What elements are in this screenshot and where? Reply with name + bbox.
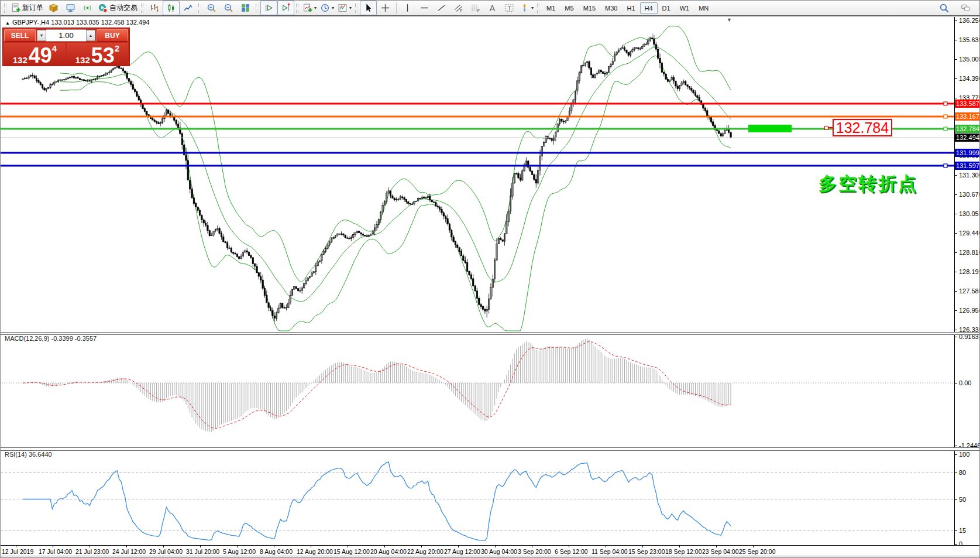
autotrade-icon (98, 3, 108, 13)
clock-icon (320, 3, 330, 13)
panel-separator[interactable] (1, 447, 980, 451)
toolbar-group-handle[interactable] (198, 4, 201, 13)
profiles-button[interactable] (45, 1, 62, 15)
macd-label: MACD(12,26,9) -0.3399 -0.3557 (5, 335, 97, 342)
bollinger-bands (60, 26, 731, 331)
time-axis: 12 Jul 201917 Jul 04:0021 Jul 23:0024 Ju… (1, 545, 980, 556)
price-tick-label: 130.055 (959, 210, 980, 217)
sell-price-button[interactable]: 132494 (4, 43, 66, 66)
crosshair-button[interactable] (377, 1, 394, 15)
price-level-annotation[interactable]: 132.784 (833, 119, 892, 136)
search-button[interactable] (936, 1, 953, 15)
fibonacci-button[interactable]: F (467, 1, 484, 15)
toolbar-group-handle[interactable] (296, 4, 299, 13)
hline-icon (419, 3, 429, 13)
chevron-down-icon: ▾ (314, 5, 317, 11)
crosshair-icon (380, 3, 390, 13)
text-label-button[interactable]: T (501, 1, 518, 15)
timeframe-h4[interactable]: H4 (640, 2, 658, 14)
price-level-chip: 132.784 (955, 125, 980, 133)
time-tick (716, 546, 717, 547)
vline-icon (403, 3, 412, 13)
rsi-tick-label: 15 (959, 527, 966, 534)
volume-stepper: ▼ 1.00 ▲ (37, 30, 95, 41)
collapse-panel-icon[interactable]: ▲ (5, 20, 10, 26)
axis-tick (954, 337, 957, 337)
price-tick-label: 127.580 (959, 287, 980, 295)
price-level-chip: 133.167 (955, 112, 980, 121)
price-tick-label: 128.195 (959, 268, 980, 275)
cursor-button[interactable] (360, 1, 377, 15)
auto-scroll-button[interactable] (260, 1, 277, 15)
price-level-chip: 131.999 (955, 149, 980, 157)
sell-button[interactable]: SELL (4, 29, 36, 42)
chat-icon (961, 3, 971, 13)
timeframe-d1[interactable]: D1 (658, 2, 675, 14)
axis-tick (954, 20, 957, 21)
timeframe-h1[interactable]: H1 (622, 2, 639, 14)
horizontal-level-lines[interactable] (1, 102, 954, 167)
text-button[interactable]: A (484, 1, 501, 15)
cube-icon (49, 3, 59, 13)
timeframe-m1[interactable]: M1 (542, 2, 560, 14)
green-highlight-segment[interactable] (748, 125, 792, 132)
macd-panel[interactable] (1, 334, 954, 447)
time-tick-label: 31 Jul 20:00 (186, 548, 219, 555)
buy-button[interactable]: BUY (97, 29, 128, 42)
timeframe-m30[interactable]: M30 (600, 2, 622, 14)
chart-shift-marker-icon[interactable]: ▼ (727, 17, 732, 23)
toolbar-group-handle[interactable] (256, 4, 259, 13)
volume-increase-button[interactable]: ▲ (86, 30, 95, 41)
symbol-ohlc-text: GBPJPY-,H4 133.013 133.035 132.458 132.4… (12, 19, 149, 26)
shift-icon (281, 3, 291, 13)
price-chart[interactable] (1, 17, 954, 332)
sell-price-big: 49 (29, 47, 52, 64)
axis-tick (954, 214, 957, 214)
timeframe-w1[interactable]: W1 (675, 2, 694, 14)
arrows-button[interactable]: ▾ (518, 1, 535, 15)
timeframe-m15[interactable]: M15 (579, 2, 600, 14)
panel-separator[interactable] (1, 332, 980, 335)
symbol-info-line: ▲GBPJPY-,H4 133.013 133.035 132.458 132.… (5, 19, 149, 26)
toolbar-group-handle[interactable] (537, 4, 540, 13)
bar-chart-button[interactable] (146, 1, 163, 15)
candlestick-chart-button[interactable] (163, 1, 180, 15)
periods-button[interactable]: ▾ (318, 1, 336, 15)
chart-shift-button[interactable] (277, 1, 294, 15)
toolbar-separator (396, 2, 397, 14)
channel-icon: E (453, 3, 463, 13)
new-order-button[interactable]: 新订单 (9, 1, 45, 15)
timeframe-mn[interactable]: MN (694, 2, 713, 14)
toolbar-group-handle[interactable] (141, 4, 144, 13)
axis-tick (954, 330, 957, 330)
trendline-button[interactable] (433, 1, 450, 15)
vertical-line-button[interactable] (399, 1, 416, 15)
timeframe-m5[interactable]: M5 (560, 2, 578, 14)
time-tick-label: 17 Jul 04:00 (39, 548, 72, 555)
terminal-button[interactable] (62, 1, 79, 15)
signals-button[interactable] (79, 1, 96, 15)
price-tick-label: 135.005 (959, 56, 980, 63)
auto-trading-button[interactable]: 自动交易 (96, 1, 139, 15)
indicators-button[interactable]: ▾ (301, 1, 318, 15)
new-order-button-label: 新订单 (22, 3, 43, 13)
sell-price-prefix: 132 (13, 56, 27, 64)
buy-price-button[interactable]: 132532 (67, 43, 128, 66)
zoom-out-button[interactable] (220, 1, 237, 15)
equidistant-channel-button[interactable]: E (450, 1, 467, 15)
time-tick (679, 546, 680, 547)
horizontal-line-button[interactable] (416, 1, 433, 15)
zoom-in-button[interactable] (203, 1, 220, 15)
chat-button[interactable] (957, 1, 974, 15)
toolbar-group-handle[interactable] (355, 4, 358, 13)
volume-input[interactable]: 1.00 (46, 29, 86, 42)
volume-decrease-button[interactable]: ▼ (37, 30, 46, 41)
line-chart-button[interactable] (180, 1, 197, 15)
rsi-panel[interactable] (1, 450, 954, 545)
main-toolbar: 新订单自动交易▾▾▾EFAT▾M1M5M15M30H1H4D1W1MN (1, 1, 980, 16)
toolbar-group-handle[interactable] (4, 4, 7, 13)
tile-windows-button[interactable] (237, 1, 254, 15)
rsi-tick-label: 100 (959, 451, 969, 458)
price-tick-label: 136.250 (959, 17, 980, 24)
templates-button[interactable]: ▾ (336, 1, 353, 15)
